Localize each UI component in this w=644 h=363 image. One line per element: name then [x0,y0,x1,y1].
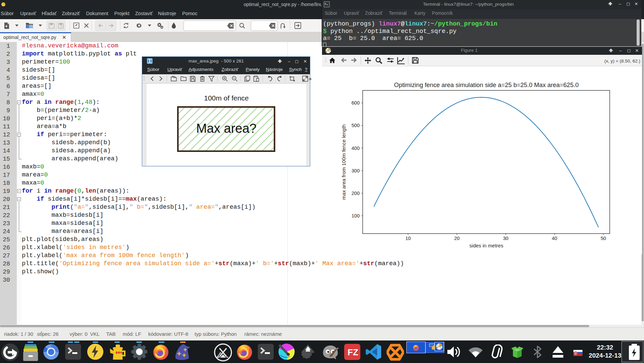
svg-text:300: 300 [352,168,360,173]
svg-text:sides in metres: sides in metres [470,243,504,248]
svg-text:600: 600 [352,100,360,106]
svg-text:500: 500 [352,123,360,128]
svg-text:20: 20 [454,236,459,241]
svg-text:Optimizing fence area simulati: Optimizing fence area simulation side a=… [394,81,578,88]
svg-text:FZ: FZ [348,347,358,357]
svg-text:40: 40 [552,236,557,241]
svg-text:30: 30 [503,236,508,241]
svg-text:50: 50 [601,236,606,241]
svg-text:400: 400 [352,146,360,151]
svg-text:100: 100 [352,213,360,218]
svg-text:10: 10 [405,236,411,241]
svg-text:max area from 100m fence lengt: max area from 100m fence length [341,124,347,200]
svg-text:200: 200 [352,191,360,196]
